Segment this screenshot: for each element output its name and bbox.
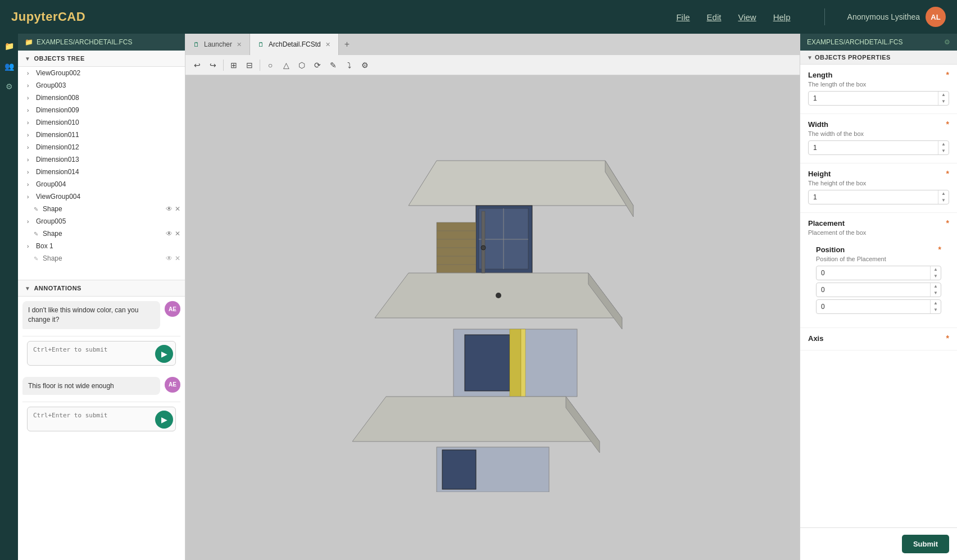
prop-spinner-down-height[interactable]: ▼	[940, 197, 947, 204]
annotation-avatar-1: AE	[165, 301, 180, 317]
tab-archdetail-close[interactable]: ✕	[325, 41, 330, 48]
tree-item-label: Group004	[36, 180, 180, 188]
prop-input-pos-y: ▲ ▼	[816, 283, 941, 297]
toolbar-rotate-button[interactable]: ⟳	[310, 58, 325, 72]
tree-item-group005[interactable]: › Group005	[18, 215, 185, 227]
prop-spinner-down-pos-y[interactable]: ▼	[932, 290, 939, 297]
right-header-settings-icon[interactable]: ⚙	[944, 38, 950, 46]
annotation-text: I don't like this window color, can you …	[28, 306, 138, 324]
prop-spinner-up-pos-y[interactable]: ▲	[932, 283, 939, 290]
toolbar-link-button[interactable]: ⬡	[294, 58, 309, 72]
toolbar-view-full-button[interactable]: ⊞	[226, 58, 241, 72]
annotation-bubble-2: This floor is not wide enough	[22, 377, 160, 395]
annotation-input-1[interactable]	[28, 342, 149, 365]
toolbar-triangle-button[interactable]: △	[279, 58, 293, 72]
app-logo: JupyterCAD	[11, 10, 85, 24]
prop-input-pos-x-field[interactable]	[817, 266, 930, 280]
nav-edit[interactable]: Edit	[707, 12, 722, 22]
annotation-item-2: This floor is not wide enough AE	[22, 377, 180, 395]
tab-add-button[interactable]: +	[339, 34, 355, 55]
annotation-send-button-2[interactable]: ▶	[155, 411, 173, 429]
close-icon[interactable]: ✕	[175, 254, 180, 262]
tree-item-group003[interactable]: › Group003	[18, 79, 185, 92]
prop-name-width: Width	[808, 120, 828, 129]
tree-item-group004[interactable]: › Group004	[18, 178, 185, 190]
tree-item-dimension013[interactable]: › Dimension013	[18, 153, 185, 166]
expand-arrow: ›	[27, 181, 34, 188]
prop-spinner-up-width[interactable]: ▲	[940, 141, 947, 148]
annotation-input-2[interactable]	[28, 407, 149, 431]
prop-spinner-up-length[interactable]: ▲	[940, 92, 947, 98]
prop-input-length-field[interactable]	[809, 92, 938, 105]
prop-desc-placement: Placement of the box	[808, 229, 949, 236]
annotations-label: ANNOTATIONS	[34, 285, 81, 292]
toolbar-view-split-button[interactable]: ⊟	[242, 58, 257, 72]
toolbar-settings-button[interactable]: ⚙	[357, 58, 372, 72]
svg-rect-16	[482, 211, 485, 273]
prop-spinner-up-height[interactable]: ▲	[940, 190, 947, 197]
close-icon[interactable]: ✕	[175, 230, 180, 238]
prop-spinner-down-length[interactable]: ▼	[940, 98, 947, 105]
tree-toggle-icon[interactable]: ▼	[25, 56, 30, 62]
objects-tree-container[interactable]: › ViewGroup002 › Group003 › Dimension008…	[18, 67, 185, 280]
sidebar-icon-users[interactable]: 👥	[2, 60, 16, 73]
prop-spinner-down-pos-z[interactable]: ▼	[932, 307, 939, 313]
sidebar-icon-settings[interactable]: ⚙	[2, 80, 16, 93]
annotation-send-button-1[interactable]: ▶	[155, 345, 173, 363]
tree-item-dimension012[interactable]: › Dimension012	[18, 141, 185, 153]
prop-input-height-field[interactable]	[809, 190, 938, 204]
prop-input-pos-z: ▲ ▼	[816, 299, 941, 314]
prop-input-pos-y-field[interactable]	[817, 283, 930, 297]
tree-item-label: Group005	[36, 217, 180, 225]
expand-arrow: ›	[27, 132, 34, 138]
prop-spinner-down-width[interactable]: ▼	[940, 148, 947, 154]
expand-arrow: ›	[27, 107, 34, 113]
prop-spinner-up-pos-z[interactable]: ▲	[932, 300, 939, 307]
prop-spinners-pos-z: ▲ ▼	[930, 300, 941, 313]
avatar[interactable]: AL	[926, 7, 946, 27]
nav-view[interactable]: View	[738, 12, 756, 22]
tab-archdetail[interactable]: 🗒 ArchDetail.FCStd ✕	[250, 34, 339, 55]
objects-properties-header: ▼ OBJECTS PROPERTIES	[800, 51, 957, 65]
tree-item-dimension009[interactable]: › Dimension009	[18, 104, 185, 116]
tab-launcher-close[interactable]: ✕	[237, 41, 242, 48]
submit-button[interactable]: Submit	[902, 535, 949, 553]
toolbar-arc-button[interactable]: ⤵	[342, 58, 356, 72]
visibility-icon[interactable]: 👁	[166, 230, 173, 238]
visibility-icon[interactable]: 👁	[166, 254, 173, 262]
annotation-input-area-2: ▶	[22, 402, 180, 436]
3d-viewport[interactable]	[185, 75, 800, 560]
tree-item-shape1[interactable]: ✎ Shape 👁 ✕	[18, 203, 185, 215]
tree-item-shape2[interactable]: ✎ Shape 👁 ✕	[18, 227, 185, 240]
annotations-toggle-icon[interactable]: ▼	[25, 285, 30, 292]
tree-item-viewgroup004[interactable]: › ViewGroup004	[18, 190, 185, 203]
prop-input-width-field[interactable]	[809, 141, 938, 154]
tree-item-shape3[interactable]: ✎ Shape 👁 ✕	[18, 252, 185, 265]
tree-item-dimension014[interactable]: › Dimension014	[18, 166, 185, 178]
tree-item-viewgroup002[interactable]: › ViewGroup002	[18, 67, 185, 79]
toolbar-circle-button[interactable]: ○	[263, 58, 278, 72]
nav-file[interactable]: File	[676, 12, 690, 22]
tree-item-label: Dimension009	[36, 106, 180, 114]
toolbar-pencil-button[interactable]: ✎	[326, 58, 341, 72]
left-file-path: EXAMPLES/ARCHDETAIL.FCS	[37, 38, 132, 46]
sidebar-icon-folder[interactable]: 📁	[2, 39, 16, 53]
toolbar-redo-button[interactable]: ↪	[206, 58, 220, 72]
prop-spinner-down-pos-x[interactable]: ▼	[932, 273, 939, 280]
tab-launcher[interactable]: 🗒 Launcher ✕	[185, 34, 250, 55]
tree-item-label: Dimension012	[36, 143, 180, 151]
tree-item-dimension011[interactable]: › Dimension011	[18, 129, 185, 141]
right-file-header: EXAMPLES/ARCHDETAIL.FCS ⚙	[800, 34, 957, 51]
visibility-icon[interactable]: 👁	[166, 205, 173, 213]
prop-spinner-up-pos-x[interactable]: ▲	[932, 266, 939, 273]
tree-item-dimension008[interactable]: › Dimension008	[18, 92, 185, 104]
toolbar-undo-button[interactable]: ↩	[190, 58, 205, 72]
item-actions: 👁 ✕	[166, 230, 180, 238]
nav-help[interactable]: Help	[773, 12, 791, 22]
props-toggle-icon[interactable]: ▼	[807, 54, 813, 61]
tab-launcher-label: Launcher	[204, 40, 232, 48]
tree-item-dimension010[interactable]: › Dimension010	[18, 116, 185, 129]
close-icon[interactable]: ✕	[175, 205, 180, 213]
prop-input-pos-z-field[interactable]	[817, 300, 930, 313]
tree-item-box1[interactable]: › Box 1	[18, 240, 185, 252]
